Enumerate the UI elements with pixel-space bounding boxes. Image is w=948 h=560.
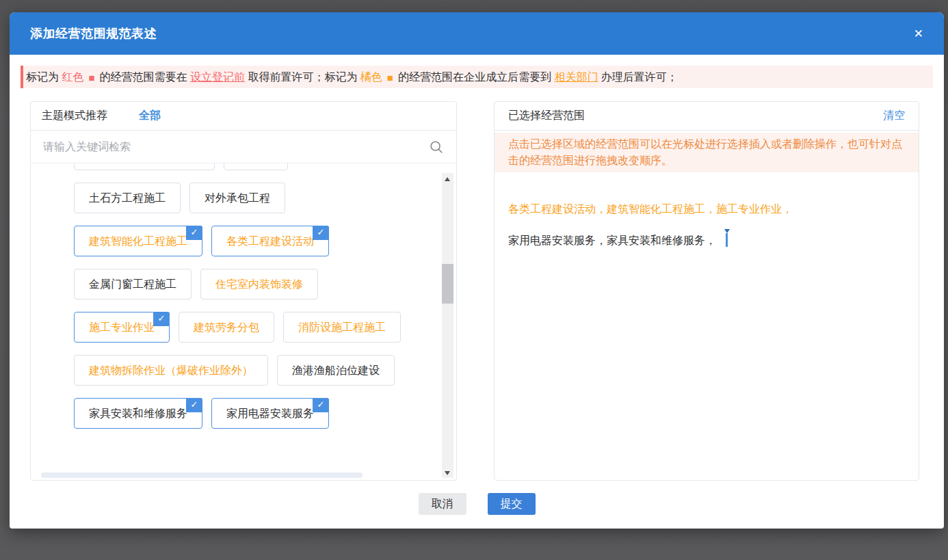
selected-panel-header: 已选择经营范围 清空: [495, 102, 919, 131]
dialog-title: 添加经营范围规范表述: [30, 25, 157, 42]
scroll-down-icon[interactable]: [442, 466, 453, 478]
close-icon[interactable]: ✕: [914, 28, 923, 40]
tag-row-partial: [74, 163, 456, 170]
selected-scopes-line-orange[interactable]: 各类工程建设活动，建筑智能化工程施工，施工专业作业，: [508, 201, 905, 217]
scope-tag[interactable]: 对外承包工程: [189, 183, 285, 213]
scroll-up-icon[interactable]: [442, 173, 453, 185]
scope-tag[interactable]: 建筑劳务分包: [179, 312, 274, 343]
scope-tag-label: 建筑物拆除作业（爆破作业除外）: [89, 364, 253, 376]
scope-tag-label: 建筑劳务分包: [194, 321, 259, 333]
scope-tag[interactable]: 家具安装和维修服务✓: [74, 398, 202, 429]
scope-tag-partial[interactable]: [74, 163, 215, 170]
selected-scopes-text: 家用电器安装服务，家具安装和维修服务，: [508, 235, 716, 246]
tag-row: 建筑物拆除作业（爆破作业除外）渔港渔船泊位建设: [74, 355, 456, 386]
selected-panel-title: 已选择经营范围: [508, 109, 585, 123]
check-badge-icon: ✓: [153, 312, 170, 326]
scope-tag-label: 住宅室内装饰装修: [215, 278, 303, 290]
legend-orange-word: 橘色: [360, 71, 382, 83]
tag-row: 建筑智能化工程施工✓各类工程建设活动✓: [74, 226, 456, 256]
scope-tag-label: 家用电器安装服务: [226, 408, 314, 419]
tag-row: 施工专业作业✓建筑劳务分包消防设施工程施工: [74, 312, 456, 343]
scope-tag[interactable]: 渔港渔船泊位建设: [277, 355, 395, 386]
selection-hint: 点击已选择区域的经营范围可以在光标处进行选择插入或者删除操作，也可针对点击的经营…: [495, 133, 919, 172]
tag-grid: 土石方工程施工对外承包工程建筑智能化工程施工✓各类工程建设活动✓金属门窗工程施工…: [31, 163, 456, 481]
scope-tag-partial[interactable]: [224, 163, 288, 170]
scope-tag-label: 对外承包工程: [205, 192, 270, 204]
scope-tag[interactable]: 金属门窗工程施工: [74, 269, 192, 299]
scope-tag[interactable]: 土石方工程施工: [74, 183, 181, 213]
legend-related-dept-link[interactable]: 相关部门: [554, 71, 598, 83]
horizontal-scroll-thumb[interactable]: [41, 472, 363, 478]
legend-text: 的经营范围在企业成立后需要到: [398, 71, 554, 83]
check-badge-icon: ✓: [186, 398, 202, 412]
clear-button[interactable]: 清空: [883, 109, 905, 123]
scope-tag-label: 家具安装和维修服务: [89, 408, 187, 419]
check-badge-icon: ✓: [186, 226, 202, 240]
search-bar: [31, 131, 456, 163]
legend-text: 办理后置许可；: [598, 71, 677, 83]
scope-tag-label: 建筑智能化工程施工: [89, 235, 187, 247]
panels-container: 主题模式推荐 全部 土石方工程施工对外承包工程建筑智能化工程施工✓各类工程建设活…: [30, 101, 919, 481]
vertical-scroll-thumb[interactable]: [442, 264, 453, 304]
search-input[interactable]: [43, 141, 429, 153]
scope-tag[interactable]: 住宅室内装饰装修: [200, 269, 318, 299]
legend-pre-license-link[interactable]: 设立登记前: [190, 71, 245, 83]
tag-row: 金属门窗工程施工住宅室内装饰装修: [74, 269, 456, 299]
text-caret: [726, 233, 728, 247]
scope-tag[interactable]: 施工专业作业✓: [74, 312, 170, 343]
vertical-scrollbar[interactable]: [442, 173, 453, 478]
check-badge-icon: ✓: [313, 398, 329, 412]
scope-tag[interactable]: 家用电器安装服务✓: [211, 398, 329, 429]
selected-scopes-line-default[interactable]: 家用电器安装服务，家具安装和维修服务，: [508, 232, 905, 249]
dialog-footer: 取消 提交: [10, 493, 944, 515]
tag-row: 土石方工程施工对外承包工程: [74, 183, 456, 213]
search-icon[interactable]: [429, 139, 444, 155]
scope-tag-label: 金属门窗工程施工: [89, 278, 176, 290]
add-business-scope-dialog: 添加经营范围规范表述 ✕ 标记为 红色■的经营范围需要在 设立登记前 取得前置许…: [10, 12, 944, 529]
scope-tag[interactable]: 建筑物拆除作业（爆破作业除外）: [74, 355, 268, 386]
scope-tag-label: 各类工程建设活动: [226, 235, 314, 247]
legend-text: 取得前置许可；标记为: [245, 71, 360, 83]
scope-tag[interactable]: 各类工程建设活动✓: [211, 226, 329, 256]
scope-tag-label: 渔港渔船泊位建设: [292, 364, 380, 376]
selected-scopes-editor[interactable]: 各类工程建设活动，建筑智能化工程施工，施工专业作业， 家用电器安装服务，家具安装…: [495, 201, 919, 249]
orange-square-icon: ■: [387, 72, 393, 83]
scope-tag-label: 消防设施工程施工: [298, 321, 386, 333]
legend-text: 标记为: [26, 71, 62, 83]
scope-tag-label: 施工专业作业: [89, 321, 155, 333]
scope-tag[interactable]: 建筑智能化工程施工✓: [74, 226, 202, 256]
check-badge-icon: ✓: [313, 226, 329, 240]
catalog-tabs: 主题模式推荐 全部: [31, 102, 456, 131]
submit-button[interactable]: 提交: [488, 493, 536, 515]
legend-bar: 标记为 红色■的经营范围需要在 设立登记前 取得前置许可；标记为 橘色■的经营范…: [21, 66, 933, 88]
scope-tag-label: 土石方工程施工: [89, 192, 166, 204]
tab-theme-mode[interactable]: 主题模式推荐: [42, 109, 107, 123]
selected-scope-panel: 已选择经营范围 清空 点击已选择区域的经营范围可以在光标处进行选择插入或者删除操…: [494, 101, 919, 481]
scope-tag[interactable]: 消防设施工程施工: [283, 312, 401, 343]
dialog-header: 添加经营范围规范表述 ✕: [10, 12, 944, 55]
scope-catalog-panel: 主题模式推荐 全部 土石方工程施工对外承包工程建筑智能化工程施工✓各类工程建设活…: [30, 101, 457, 481]
tab-all[interactable]: 全部: [139, 109, 161, 123]
red-square-icon: ■: [88, 72, 94, 83]
legend-text: 的经营范围需要在: [100, 71, 190, 83]
legend-red-word: 红色: [62, 71, 83, 83]
tag-row: 家具安装和维修服务✓家用电器安装服务✓: [74, 398, 456, 429]
cancel-button[interactable]: 取消: [419, 493, 466, 515]
